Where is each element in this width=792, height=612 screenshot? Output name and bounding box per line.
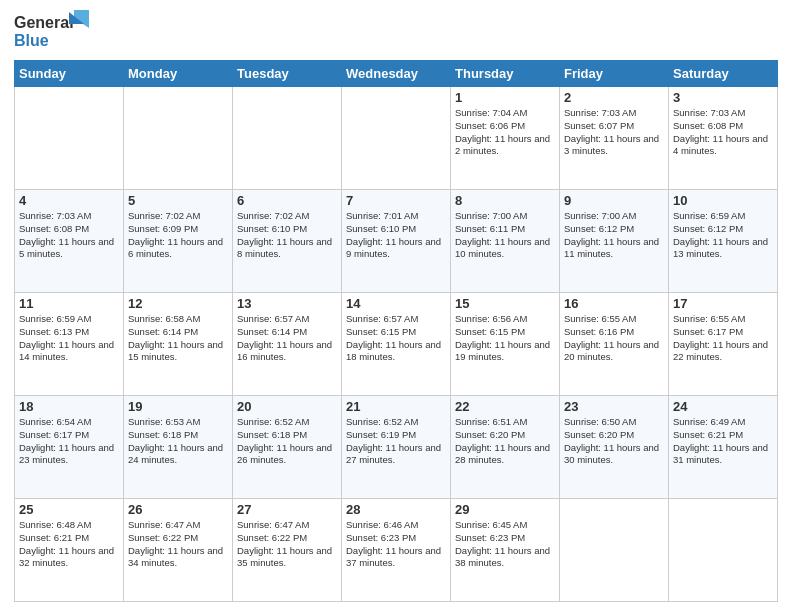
calendar-week-1: 1Sunrise: 7:04 AM Sunset: 6:06 PM Daylig…	[15, 87, 778, 190]
col-header-tuesday: Tuesday	[233, 61, 342, 87]
day-info: Sunrise: 6:57 AM Sunset: 6:15 PM Dayligh…	[346, 313, 446, 364]
calendar-cell: 9Sunrise: 7:00 AM Sunset: 6:12 PM Daylig…	[560, 190, 669, 293]
day-info: Sunrise: 6:52 AM Sunset: 6:19 PM Dayligh…	[346, 416, 446, 467]
day-number: 17	[673, 296, 773, 311]
day-info: Sunrise: 6:56 AM Sunset: 6:15 PM Dayligh…	[455, 313, 555, 364]
day-info: Sunrise: 6:58 AM Sunset: 6:14 PM Dayligh…	[128, 313, 228, 364]
calendar-cell: 26Sunrise: 6:47 AM Sunset: 6:22 PM Dayli…	[124, 499, 233, 602]
calendar-cell: 28Sunrise: 6:46 AM Sunset: 6:23 PM Dayli…	[342, 499, 451, 602]
day-info: Sunrise: 6:48 AM Sunset: 6:21 PM Dayligh…	[19, 519, 119, 570]
day-number: 2	[564, 90, 664, 105]
calendar-cell: 15Sunrise: 6:56 AM Sunset: 6:15 PM Dayli…	[451, 293, 560, 396]
day-info: Sunrise: 7:00 AM Sunset: 6:11 PM Dayligh…	[455, 210, 555, 261]
calendar-cell: 23Sunrise: 6:50 AM Sunset: 6:20 PM Dayli…	[560, 396, 669, 499]
calendar-cell: 4Sunrise: 7:03 AM Sunset: 6:08 PM Daylig…	[15, 190, 124, 293]
day-number: 26	[128, 502, 228, 517]
day-info: Sunrise: 7:03 AM Sunset: 6:08 PM Dayligh…	[673, 107, 773, 158]
day-number: 20	[237, 399, 337, 414]
day-number: 11	[19, 296, 119, 311]
day-info: Sunrise: 6:55 AM Sunset: 6:16 PM Dayligh…	[564, 313, 664, 364]
day-info: Sunrise: 6:59 AM Sunset: 6:12 PM Dayligh…	[673, 210, 773, 261]
calendar-cell: 5Sunrise: 7:02 AM Sunset: 6:09 PM Daylig…	[124, 190, 233, 293]
day-number: 5	[128, 193, 228, 208]
day-info: Sunrise: 6:57 AM Sunset: 6:14 PM Dayligh…	[237, 313, 337, 364]
day-info: Sunrise: 6:45 AM Sunset: 6:23 PM Dayligh…	[455, 519, 555, 570]
svg-text:Blue: Blue	[14, 32, 49, 49]
day-info: Sunrise: 6:47 AM Sunset: 6:22 PM Dayligh…	[128, 519, 228, 570]
calendar-cell: 1Sunrise: 7:04 AM Sunset: 6:06 PM Daylig…	[451, 87, 560, 190]
calendar-header-row: SundayMondayTuesdayWednesdayThursdayFrid…	[15, 61, 778, 87]
day-number: 16	[564, 296, 664, 311]
day-info: Sunrise: 6:49 AM Sunset: 6:21 PM Dayligh…	[673, 416, 773, 467]
day-info: Sunrise: 7:04 AM Sunset: 6:06 PM Dayligh…	[455, 107, 555, 158]
day-info: Sunrise: 6:51 AM Sunset: 6:20 PM Dayligh…	[455, 416, 555, 467]
day-info: Sunrise: 6:59 AM Sunset: 6:13 PM Dayligh…	[19, 313, 119, 364]
calendar-cell: 16Sunrise: 6:55 AM Sunset: 6:16 PM Dayli…	[560, 293, 669, 396]
calendar-cell: 24Sunrise: 6:49 AM Sunset: 6:21 PM Dayli…	[669, 396, 778, 499]
calendar-cell: 8Sunrise: 7:00 AM Sunset: 6:11 PM Daylig…	[451, 190, 560, 293]
calendar-cell: 2Sunrise: 7:03 AM Sunset: 6:07 PM Daylig…	[560, 87, 669, 190]
page: GeneralBlue SundayMondayTuesdayWednesday…	[0, 0, 792, 612]
header: GeneralBlue	[14, 10, 778, 52]
day-number: 7	[346, 193, 446, 208]
calendar-cell	[15, 87, 124, 190]
calendar-cell: 17Sunrise: 6:55 AM Sunset: 6:17 PM Dayli…	[669, 293, 778, 396]
calendar-cell: 14Sunrise: 6:57 AM Sunset: 6:15 PM Dayli…	[342, 293, 451, 396]
day-number: 21	[346, 399, 446, 414]
day-number: 28	[346, 502, 446, 517]
day-info: Sunrise: 7:01 AM Sunset: 6:10 PM Dayligh…	[346, 210, 446, 261]
calendar-week-2: 4Sunrise: 7:03 AM Sunset: 6:08 PM Daylig…	[15, 190, 778, 293]
col-header-sunday: Sunday	[15, 61, 124, 87]
day-number: 25	[19, 502, 119, 517]
day-number: 14	[346, 296, 446, 311]
day-info: Sunrise: 7:00 AM Sunset: 6:12 PM Dayligh…	[564, 210, 664, 261]
day-number: 8	[455, 193, 555, 208]
day-number: 24	[673, 399, 773, 414]
calendar-cell: 11Sunrise: 6:59 AM Sunset: 6:13 PM Dayli…	[15, 293, 124, 396]
day-info: Sunrise: 7:03 AM Sunset: 6:08 PM Dayligh…	[19, 210, 119, 261]
logo: GeneralBlue	[14, 10, 94, 52]
day-info: Sunrise: 7:02 AM Sunset: 6:10 PM Dayligh…	[237, 210, 337, 261]
day-info: Sunrise: 6:54 AM Sunset: 6:17 PM Dayligh…	[19, 416, 119, 467]
calendar-week-3: 11Sunrise: 6:59 AM Sunset: 6:13 PM Dayli…	[15, 293, 778, 396]
calendar-cell: 12Sunrise: 6:58 AM Sunset: 6:14 PM Dayli…	[124, 293, 233, 396]
calendar-cell: 7Sunrise: 7:01 AM Sunset: 6:10 PM Daylig…	[342, 190, 451, 293]
calendar-cell	[342, 87, 451, 190]
day-number: 22	[455, 399, 555, 414]
calendar-cell: 29Sunrise: 6:45 AM Sunset: 6:23 PM Dayli…	[451, 499, 560, 602]
calendar-week-4: 18Sunrise: 6:54 AM Sunset: 6:17 PM Dayli…	[15, 396, 778, 499]
col-header-saturday: Saturday	[669, 61, 778, 87]
calendar-cell: 10Sunrise: 6:59 AM Sunset: 6:12 PM Dayli…	[669, 190, 778, 293]
calendar-cell: 13Sunrise: 6:57 AM Sunset: 6:14 PM Dayli…	[233, 293, 342, 396]
calendar-week-5: 25Sunrise: 6:48 AM Sunset: 6:21 PM Dayli…	[15, 499, 778, 602]
day-number: 27	[237, 502, 337, 517]
day-number: 29	[455, 502, 555, 517]
calendar-cell	[560, 499, 669, 602]
day-number: 9	[564, 193, 664, 208]
day-number: 6	[237, 193, 337, 208]
day-number: 19	[128, 399, 228, 414]
calendar-cell: 20Sunrise: 6:52 AM Sunset: 6:18 PM Dayli…	[233, 396, 342, 499]
day-info: Sunrise: 6:52 AM Sunset: 6:18 PM Dayligh…	[237, 416, 337, 467]
day-number: 18	[19, 399, 119, 414]
calendar-cell: 27Sunrise: 6:47 AM Sunset: 6:22 PM Dayli…	[233, 499, 342, 602]
general-blue-logo-icon: GeneralBlue	[14, 10, 94, 52]
calendar-cell: 19Sunrise: 6:53 AM Sunset: 6:18 PM Dayli…	[124, 396, 233, 499]
day-info: Sunrise: 7:02 AM Sunset: 6:09 PM Dayligh…	[128, 210, 228, 261]
col-header-thursday: Thursday	[451, 61, 560, 87]
day-number: 15	[455, 296, 555, 311]
calendar-cell	[233, 87, 342, 190]
col-header-wednesday: Wednesday	[342, 61, 451, 87]
calendar-cell: 3Sunrise: 7:03 AM Sunset: 6:08 PM Daylig…	[669, 87, 778, 190]
calendar-cell	[669, 499, 778, 602]
day-number: 1	[455, 90, 555, 105]
calendar-cell: 22Sunrise: 6:51 AM Sunset: 6:20 PM Dayli…	[451, 396, 560, 499]
calendar-cell: 18Sunrise: 6:54 AM Sunset: 6:17 PM Dayli…	[15, 396, 124, 499]
calendar-cell: 25Sunrise: 6:48 AM Sunset: 6:21 PM Dayli…	[15, 499, 124, 602]
col-header-friday: Friday	[560, 61, 669, 87]
col-header-monday: Monday	[124, 61, 233, 87]
day-info: Sunrise: 7:03 AM Sunset: 6:07 PM Dayligh…	[564, 107, 664, 158]
day-info: Sunrise: 6:47 AM Sunset: 6:22 PM Dayligh…	[237, 519, 337, 570]
day-info: Sunrise: 6:55 AM Sunset: 6:17 PM Dayligh…	[673, 313, 773, 364]
calendar-cell: 6Sunrise: 7:02 AM Sunset: 6:10 PM Daylig…	[233, 190, 342, 293]
